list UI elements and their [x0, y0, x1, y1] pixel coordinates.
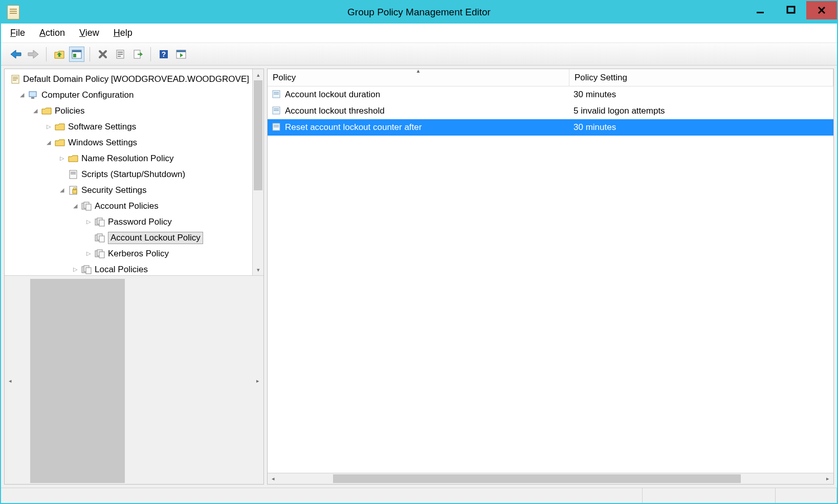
policy-tree[interactable]: Default Domain Policy [WOODGROVEAD.WOODG… [5, 69, 252, 275]
list-pane: Policy ▲ Policy Setting Account lockout … [267, 69, 834, 485]
svg-rect-57 [274, 125, 279, 126]
scroll-right-icon[interactable]: ▸ [252, 278, 263, 484]
toolbar-separator [150, 47, 151, 61]
tree-horizontal-scrollbar[interactable]: ◂ ▸ [5, 275, 263, 484]
menu-help[interactable]: Help [114, 28, 133, 38]
svg-rect-15 [13, 77, 18, 78]
collapse-icon[interactable]: ◢ [58, 186, 66, 194]
status-section [776, 488, 837, 503]
svg-rect-28 [86, 204, 91, 210]
window-play-icon [175, 49, 187, 59]
tree-account-policies[interactable]: ◢ Account Policies [5, 198, 252, 214]
titlebar: Group Policy Management Editor [1, 1, 837, 24]
tree-label: Security Settings [81, 185, 147, 195]
tree-pane: Default Domain Policy [WOODGROVEAD.WOODG… [4, 69, 264, 485]
list-body[interactable]: Account lockout duration 30 minutes Acco… [268, 86, 833, 473]
scroll-left-icon[interactable]: ◂ [5, 278, 16, 484]
menu-view[interactable]: View [79, 28, 99, 38]
expand-icon[interactable]: ▷ [84, 218, 93, 226]
tree-windows-settings[interactable]: ◢ Windows Settings [5, 135, 252, 150]
properties-icon [115, 49, 125, 59]
scroll-right-icon[interactable]: ▸ [822, 473, 833, 484]
close-button[interactable] [806, 1, 837, 19]
close-icon [817, 6, 826, 15]
scroll-thumb[interactable] [30, 279, 125, 483]
maximize-icon [786, 6, 796, 15]
collapse-icon[interactable]: ◢ [18, 91, 26, 99]
menu-action[interactable]: Action [39, 28, 65, 38]
tree-local-policies[interactable]: ▷ Local Policies [5, 261, 252, 275]
expand-icon[interactable]: ▷ [84, 250, 93, 258]
window-title: Group Policy Management Editor [1, 7, 837, 18]
collapse-icon[interactable]: ◢ [45, 139, 53, 147]
list-header: Policy ▲ Policy Setting [268, 69, 833, 86]
folder-icon [68, 154, 78, 164]
policy-group-icon [81, 265, 92, 275]
scroll-track[interactable] [279, 473, 822, 484]
expander-icon [58, 170, 66, 179]
properties-button[interactable] [113, 47, 128, 62]
tree-computer-config[interactable]: ◢ Computer Configuration [5, 87, 252, 103]
tree-kerberos-policy[interactable]: ▷ Kerberos Policy [5, 246, 252, 261]
cell-text: 30 minutes [574, 90, 616, 100]
expand-icon[interactable]: ▷ [71, 266, 79, 274]
svg-rect-31 [99, 220, 104, 226]
tree-security-settings[interactable]: ◢ Security Settings [5, 182, 252, 198]
tree-password-policy[interactable]: ▷ Password Policy [5, 214, 252, 230]
tree-label: Account Lockout Policy [108, 232, 203, 244]
scroll-up-icon[interactable]: ▴ [253, 69, 263, 80]
scroll-track[interactable] [16, 278, 252, 484]
column-header-policy[interactable]: Policy ▲ [268, 69, 569, 86]
tree-software-settings[interactable]: ▷ Software Settings [5, 119, 252, 135]
scroll-track[interactable] [253, 80, 263, 264]
show-tree-button[interactable] [69, 47, 84, 62]
back-button[interactable] [8, 47, 24, 62]
back-arrow-icon [10, 49, 22, 59]
svg-rect-3 [72, 50, 81, 52]
tree-vertical-scrollbar[interactable]: ▴ ▾ [252, 69, 263, 275]
expander-icon [8, 75, 9, 83]
svg-rect-58 [274, 126, 279, 127]
svg-rect-0 [757, 12, 764, 13]
policy-group-icon [95, 217, 105, 227]
list-row[interactable]: Reset account lockout counter after 30 m… [268, 119, 833, 136]
list-row[interactable]: Account lockout duration 30 minutes [268, 86, 833, 103]
cell-text: Account lockout duration [285, 90, 380, 100]
tree-policies[interactable]: ◢ Policies [5, 103, 252, 119]
tree-account-lockout-policy[interactable]: Account Lockout Policy [5, 230, 252, 246]
minimize-button[interactable] [745, 1, 776, 19]
collapse-icon[interactable]: ◢ [71, 202, 79, 210]
expand-icon[interactable]: ▷ [45, 123, 53, 131]
svg-rect-18 [29, 92, 36, 97]
list-horizontal-scrollbar[interactable]: ◂ ▸ [268, 473, 833, 484]
collapse-icon[interactable]: ◢ [31, 107, 39, 115]
scroll-down-icon[interactable]: ▾ [253, 264, 263, 275]
expand-icon[interactable]: ▷ [58, 155, 66, 163]
column-header-setting[interactable]: Policy Setting [569, 69, 833, 86]
policy-item-icon [272, 106, 282, 116]
scroll-thumb[interactable] [254, 80, 262, 190]
tree-root[interactable]: Default Domain Policy [WOODGROVEAD.WOODG… [5, 71, 252, 87]
scroll-thumb[interactable] [333, 474, 741, 483]
tree-label: Name Resolution Policy [81, 154, 173, 164]
tree-scripts[interactable]: Scripts (Startup/Shutdown) [5, 166, 252, 182]
policy-group-icon [81, 201, 92, 211]
forward-button[interactable] [26, 47, 41, 62]
tree-name-resolution[interactable]: ▷ Name Resolution Policy [5, 150, 252, 166]
up-button[interactable] [52, 47, 67, 62]
run-button[interactable] [173, 47, 189, 62]
maximize-button[interactable] [776, 1, 806, 19]
policy-group-icon [95, 233, 105, 243]
cell-policy: Reset account lockout counter after [268, 122, 569, 133]
policy-item-icon [272, 122, 282, 133]
scroll-left-icon[interactable]: ◂ [268, 473, 279, 484]
menu-file[interactable]: File [10, 28, 25, 38]
export-button[interactable] [130, 47, 145, 62]
help-button[interactable]: ? [156, 47, 171, 62]
delete-button[interactable] [95, 47, 111, 62]
list-row[interactable]: Account lockout threshold 5 invalid logo… [268, 103, 833, 119]
svg-rect-19 [31, 97, 34, 99]
column-label: Policy Setting [575, 73, 627, 83]
tree-label: Default Domain Policy [WOODGROVEAD.WOODG… [23, 74, 249, 84]
folder-up-icon [54, 49, 65, 59]
